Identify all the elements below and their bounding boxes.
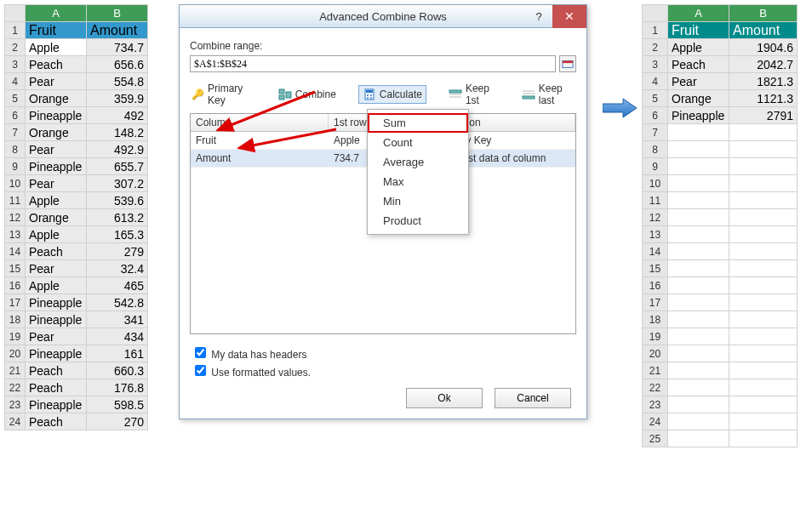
ok-button[interactable]: Ok bbox=[406, 388, 483, 408]
col-header-b[interactable]: B bbox=[729, 5, 798, 22]
cell[interactable]: 32.4 bbox=[87, 260, 148, 277]
cell[interactable]: Pear bbox=[26, 260, 87, 277]
cell[interactable]: 613.2 bbox=[87, 209, 148, 226]
row-header[interactable]: 1 bbox=[5, 22, 26, 39]
cell[interactable] bbox=[729, 396, 798, 413]
row-header[interactable]: 8 bbox=[5, 141, 26, 158]
row-header[interactable]: 8 bbox=[643, 141, 668, 158]
cell[interactable] bbox=[668, 260, 729, 277]
cell[interactable]: Pineapple bbox=[26, 311, 87, 328]
cell[interactable]: Pear bbox=[26, 175, 87, 192]
grid-corner[interactable] bbox=[643, 5, 668, 22]
cell[interactable] bbox=[729, 413, 798, 430]
cell[interactable]: Orange bbox=[668, 90, 729, 107]
cell[interactable] bbox=[668, 345, 729, 362]
row-header[interactable]: 7 bbox=[5, 124, 26, 141]
cell[interactable] bbox=[729, 379, 798, 396]
cell[interactable]: Apple bbox=[668, 39, 729, 56]
row-header[interactable]: 17 bbox=[643, 294, 668, 311]
col-header-a[interactable]: A bbox=[668, 5, 729, 22]
row-header[interactable]: 24 bbox=[5, 413, 26, 430]
row-header[interactable]: 21 bbox=[5, 362, 26, 379]
cell[interactable]: 161 bbox=[87, 345, 148, 362]
cell[interactable]: Peach bbox=[26, 379, 87, 396]
cell[interactable] bbox=[729, 430, 798, 447]
cell[interactable] bbox=[668, 413, 729, 430]
cell[interactable]: Pineapple bbox=[26, 107, 87, 124]
row-header[interactable]: 6 bbox=[5, 107, 26, 124]
menu-item-sum[interactable]: Sum bbox=[368, 113, 468, 133]
cell[interactable]: Pear bbox=[26, 73, 87, 90]
cell[interactable]: 176.8 bbox=[87, 379, 148, 396]
row-header[interactable]: 12 bbox=[643, 209, 668, 226]
cell[interactable]: 2791 bbox=[729, 107, 798, 124]
cell[interactable] bbox=[668, 277, 729, 294]
cell[interactable]: Pineapple bbox=[26, 345, 87, 362]
header-cell-amount[interactable]: Amount bbox=[729, 22, 798, 39]
cell[interactable] bbox=[668, 192, 729, 209]
cell[interactable] bbox=[729, 260, 798, 277]
cell[interactable] bbox=[668, 362, 729, 379]
cell[interactable] bbox=[729, 209, 798, 226]
row-header[interactable]: 12 bbox=[5, 209, 26, 226]
cell[interactable] bbox=[668, 158, 729, 175]
row-header[interactable]: 15 bbox=[643, 260, 668, 277]
cell[interactable]: 2042.7 bbox=[729, 56, 798, 73]
row-header[interactable]: 9 bbox=[643, 158, 668, 175]
header-cell-amount[interactable]: Amount bbox=[87, 22, 148, 39]
cell[interactable] bbox=[729, 328, 798, 345]
cell[interactable]: 148.2 bbox=[87, 124, 148, 141]
row-header[interactable]: 19 bbox=[643, 328, 668, 345]
calculate-button[interactable]: Calculate bbox=[358, 85, 426, 104]
cell[interactable] bbox=[668, 226, 729, 243]
row-header[interactable]: 14 bbox=[643, 243, 668, 260]
help-button[interactable]: ? bbox=[529, 5, 549, 28]
row-header[interactable]: 2 bbox=[5, 39, 26, 56]
cell[interactable] bbox=[668, 430, 729, 447]
cell[interactable]: Apple bbox=[26, 192, 87, 209]
cell[interactable]: 270 bbox=[87, 413, 148, 430]
row-header[interactable]: 21 bbox=[643, 362, 668, 379]
cell[interactable]: 165.3 bbox=[87, 226, 148, 243]
row-header[interactable]: 25 bbox=[643, 430, 668, 447]
cell[interactable] bbox=[729, 226, 798, 243]
row-header[interactable]: 22 bbox=[643, 379, 668, 396]
cell[interactable]: Pear bbox=[668, 73, 729, 90]
row-header[interactable]: 10 bbox=[5, 175, 26, 192]
dialog-title-bar[interactable]: Advanced Combine Rows ? ✕ bbox=[180, 5, 586, 28]
cell[interactable]: 542.8 bbox=[87, 294, 148, 311]
cell[interactable] bbox=[729, 243, 798, 260]
row-header[interactable]: 20 bbox=[5, 345, 26, 362]
row-header[interactable]: 3 bbox=[5, 56, 26, 73]
row-header[interactable]: 24 bbox=[643, 413, 668, 430]
row-header[interactable]: 15 bbox=[5, 260, 26, 277]
menu-item-count[interactable]: Count bbox=[368, 133, 468, 152]
cell[interactable] bbox=[729, 277, 798, 294]
headers-checkbox[interactable]: My data has headers bbox=[192, 345, 575, 361]
formatted-values-checkbox[interactable]: Use formatted values. bbox=[192, 362, 575, 379]
column-list[interactable]: Column 1st row Operation Fruit Apple Pri… bbox=[190, 113, 576, 334]
cell[interactable]: 307.2 bbox=[87, 175, 148, 192]
row-header[interactable]: 19 bbox=[5, 328, 26, 345]
cell[interactable] bbox=[668, 243, 729, 260]
cell[interactable]: Pear bbox=[26, 141, 87, 158]
cell[interactable] bbox=[668, 294, 729, 311]
row-header[interactable]: 18 bbox=[5, 311, 26, 328]
cell[interactable]: Peach bbox=[26, 56, 87, 73]
grid-corner[interactable] bbox=[5, 5, 26, 22]
row-header[interactable]: 16 bbox=[5, 277, 26, 294]
cell[interactable] bbox=[668, 175, 729, 192]
cell[interactable] bbox=[729, 141, 798, 158]
cell[interactable]: 434 bbox=[87, 328, 148, 345]
cell[interactable] bbox=[668, 209, 729, 226]
cell[interactable]: 539.6 bbox=[87, 192, 148, 209]
cell[interactable]: 359.9 bbox=[87, 90, 148, 107]
menu-item-product[interactable]: Product bbox=[368, 211, 468, 231]
result-grid[interactable]: A B 1 Fruit Amount 2Apple1904.63Peach204… bbox=[642, 4, 798, 447]
cell[interactable] bbox=[668, 141, 729, 158]
row-header[interactable]: 2 bbox=[643, 39, 668, 56]
menu-item-min[interactable]: Min bbox=[368, 191, 468, 211]
row-header[interactable]: 23 bbox=[643, 396, 668, 413]
cell[interactable]: Peach bbox=[26, 243, 87, 260]
cell[interactable]: 492.9 bbox=[87, 141, 148, 158]
